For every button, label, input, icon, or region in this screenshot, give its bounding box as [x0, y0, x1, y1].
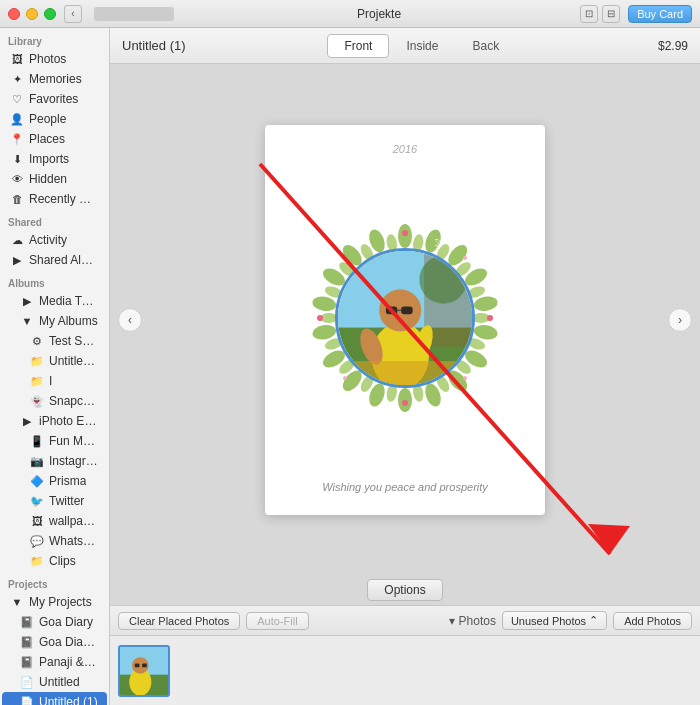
sidebar-label-test-smart: Test Smart...	[49, 334, 99, 348]
untitled-1-icon: 📄	[20, 696, 34, 706]
wreath-container: 🕊 🕊	[305, 218, 505, 418]
window-controls: ⊡ ⊟	[580, 5, 620, 23]
window-title: Projekte	[186, 7, 572, 21]
shared-albums-icon: ▶	[10, 254, 24, 267]
recently-deleted-icon: 🗑	[10, 193, 24, 205]
sidebar-item-snapchat[interactable]: 👻 Snapchat	[2, 391, 107, 411]
options-container: Options	[110, 575, 700, 605]
sidebar-item-iphoto-events[interactable]: ▶ iPhoto Events	[2, 411, 107, 431]
untitled-sm-icon: 📁	[30, 355, 44, 368]
sidebar-item-instagram[interactable]: 📷 Instagram	[2, 451, 107, 471]
greeting-card: 2016	[265, 125, 545, 515]
people-icon: 👤	[10, 113, 24, 126]
sidebar-item-recently-deleted[interactable]: 🗑 Recently Delet...	[2, 189, 107, 209]
sidebar-item-goa-diary[interactable]: 📓 Goa Diary	[2, 612, 107, 632]
sidebar-item-i[interactable]: 📁 I	[2, 371, 107, 391]
sidebar-label-snapchat: Snapchat	[49, 394, 99, 408]
prev-card-button[interactable]: ‹	[118, 308, 142, 332]
card-display-area: ‹ 2016	[110, 64, 700, 575]
sidebar-item-untitled[interactable]: 📄 Untitled	[2, 672, 107, 692]
svg-rect-65	[142, 663, 147, 667]
sidebar-item-my-projects[interactable]: ▼ My Projects	[2, 592, 107, 612]
sidebar-label-goa-diary: Goa Diary	[39, 615, 93, 629]
back-nav-button[interactable]: ‹	[64, 5, 82, 23]
sidebar-item-untitled-sm[interactable]: 📁 Untitled Sm...	[2, 351, 107, 371]
sidebar-item-photos[interactable]: 🖼 Photos	[2, 49, 107, 69]
places-icon: 📍	[10, 133, 24, 146]
photo-thumbnail[interactable]	[118, 645, 170, 697]
add-photos-button[interactable]: Add Photos	[613, 612, 692, 630]
next-card-button[interactable]: ›	[668, 308, 692, 332]
sidebar-label-i: I	[49, 374, 52, 388]
svg-point-40	[402, 400, 408, 406]
clear-placed-photos-button[interactable]: Clear Placed Photos	[118, 612, 240, 630]
svg-point-13	[311, 323, 337, 341]
tab-inside[interactable]: Inside	[389, 34, 455, 58]
auto-fill-button[interactable]: Auto-Fill	[246, 612, 308, 630]
sidebar-item-shared-albums[interactable]: ▶ Shared Albums	[2, 250, 107, 270]
sidebar-item-places[interactable]: 📍 Places	[2, 129, 107, 149]
unused-photos-button[interactable]: Unused Photos ⌃	[502, 611, 607, 630]
photo-inner	[338, 251, 472, 385]
price-tag: $2.99	[658, 39, 688, 53]
svg-point-36	[402, 230, 408, 236]
sidebar-item-people[interactable]: 👤 People	[2, 109, 107, 129]
photo-circle[interactable]	[335, 248, 475, 388]
svg-point-14	[311, 294, 337, 312]
sidebar-item-panaji-bar[interactable]: 📓 Panaji & Bar...	[2, 652, 107, 672]
sidebar-label-iphoto-events: iPhoto Events	[39, 414, 99, 428]
sidebar-item-hidden[interactable]: 👁 Hidden	[2, 169, 107, 189]
svg-marker-59	[588, 524, 630, 554]
svg-rect-64	[135, 663, 140, 667]
sidebar-item-clips[interactable]: 📁 Clips	[2, 551, 107, 571]
sidebar-label-whatsapp: WhatsApp	[49, 534, 99, 548]
unused-photos-label: Unused Photos	[511, 615, 586, 627]
close-button[interactable]	[8, 8, 20, 20]
sidebar-item-untitled-1[interactable]: 📄 Untitled (1)	[2, 692, 107, 705]
sidebar-item-whatsapp[interactable]: 💬 WhatsApp	[2, 531, 107, 551]
activity-icon: ☁	[10, 234, 24, 247]
i-icon: 📁	[30, 375, 44, 388]
sidebar-item-twitter[interactable]: 🐦 Twitter	[2, 491, 107, 511]
albums-header: Albums	[0, 270, 109, 291]
sidebar-label-clips: Clips	[49, 554, 76, 568]
photos-icon: 🖼	[10, 53, 24, 65]
sidebar-toggle-button[interactable]: ⊟	[602, 5, 620, 23]
sidebar-item-test-smart[interactable]: ⚙ Test Smart...	[2, 331, 107, 351]
sidebar-label-untitled: Untitled	[39, 675, 80, 689]
tab-front[interactable]: Front	[327, 34, 389, 58]
imports-icon: ⬇	[10, 153, 24, 166]
sidebar-item-activity[interactable]: ☁ Activity	[2, 230, 107, 250]
sidebar-label-hidden: Hidden	[29, 172, 67, 186]
sidebar-label-imports: Imports	[29, 152, 69, 166]
sidebar-label-my-albums: My Albums	[39, 314, 98, 328]
svg-text:🕊: 🕊	[435, 237, 445, 248]
fullscreen-exit-button[interactable]: ⊡	[580, 5, 598, 23]
sidebar-item-favorites[interactable]: ♡ Favorites	[2, 89, 107, 109]
minimize-button[interactable]	[26, 8, 38, 20]
sidebar-item-wallpaper[interactable]: 🖼 wallpaper	[2, 511, 107, 531]
sidebar-label-prisma: Prisma	[49, 474, 86, 488]
svg-rect-57	[338, 361, 472, 385]
snapchat-icon: 👻	[30, 395, 44, 408]
options-button[interactable]: Options	[367, 579, 442, 601]
sidebar-item-memories[interactable]: ✦ Memories	[2, 69, 107, 89]
sidebar-label-untitled-sm: Untitled Sm...	[49, 354, 99, 368]
bottom-panel: Clear Placed Photos Auto-Fill ▾ Photos U…	[110, 605, 700, 705]
svg-point-5	[473, 323, 499, 341]
sidebar-item-prisma[interactable]: 🔷 Prisma	[2, 471, 107, 491]
sidebar-item-my-albums[interactable]: ▼ My Albums	[2, 311, 107, 331]
sidebar-item-imports[interactable]: ⬇ Imports	[2, 149, 107, 169]
test-smart-icon: ⚙	[30, 335, 44, 348]
maximize-button[interactable]	[44, 8, 56, 20]
sidebar-label-instagram: Instagram	[49, 454, 99, 468]
my-albums-icon: ▼	[20, 315, 34, 327]
sidebar-item-fun-moments[interactable]: 📱 Fun Moments	[2, 431, 107, 451]
card-year: 2016	[393, 143, 417, 155]
sidebar-item-goa-diary-1[interactable]: 📓 Goa Diary (1)	[2, 632, 107, 652]
sidebar-label-photos: Photos	[29, 52, 66, 66]
sidebar-item-media-types[interactable]: ▶ Media Types	[2, 291, 107, 311]
buy-card-button[interactable]: Buy Card	[628, 5, 692, 23]
sidebar-label-panaji-bar: Panaji & Bar...	[39, 655, 99, 669]
tab-back[interactable]: Back	[455, 34, 516, 58]
